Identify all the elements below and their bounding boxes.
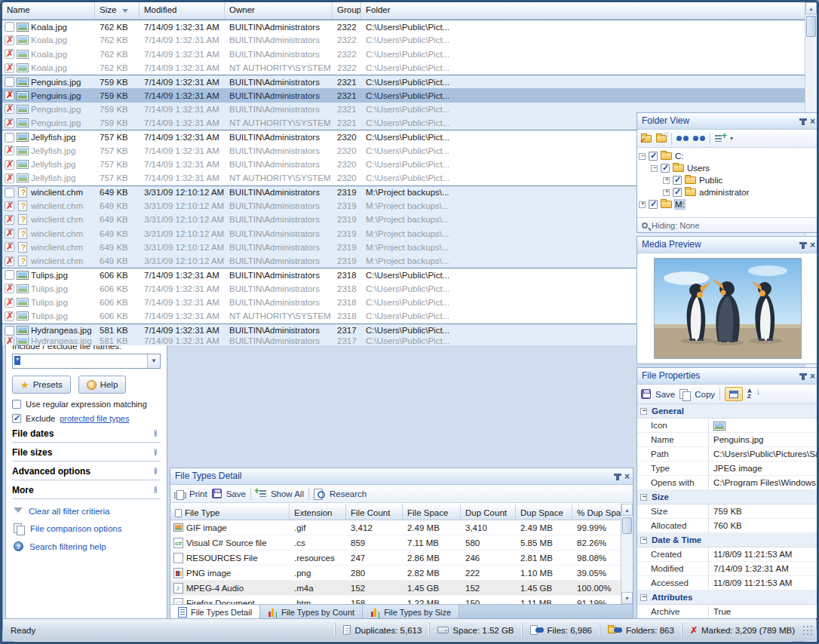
check-folder-icon[interactable]: ✓ xyxy=(641,135,652,143)
copy-icon[interactable] xyxy=(679,389,690,400)
expand-toggle[interactable] xyxy=(663,189,670,196)
property-row[interactable]: Accessed11/8/09 11:21:53 AM xyxy=(637,576,818,590)
sort-az-icon[interactable]: AZ xyxy=(747,388,759,400)
mark-checkbox[interactable] xyxy=(5,256,14,266)
pin-icon[interactable] xyxy=(802,118,805,125)
column-file-type[interactable]: File Type xyxy=(170,504,290,520)
file-type-row[interactable]: MPEG-4 Audio .m4a 152 1.45 GB 152 1.45 G… xyxy=(170,581,621,596)
folder-checkbox[interactable] xyxy=(649,200,658,209)
tab-file-types-by-size[interactable]: File Types by Size xyxy=(363,605,459,620)
tree-options-icon[interactable] xyxy=(715,133,725,143)
property-row[interactable]: NamePenguins.jpg xyxy=(637,433,818,447)
mark-checkbox[interactable] xyxy=(5,63,14,73)
section-date-time[interactable]: Date & Time xyxy=(637,533,818,547)
mark-checkbox[interactable] xyxy=(5,173,14,183)
expand-toggle[interactable] xyxy=(663,177,670,184)
tab-file-types-detail[interactable]: File Types Detail xyxy=(170,605,260,620)
pin-icon[interactable] xyxy=(802,242,805,249)
close-icon[interactable]: × xyxy=(810,241,815,250)
column-folder[interactable]: Folder xyxy=(361,2,805,19)
mark-checkbox[interactable] xyxy=(5,77,14,87)
tree-node[interactable]: M: xyxy=(639,198,817,210)
mark-checkbox[interactable] xyxy=(5,284,14,293)
mark-checkbox[interactable] xyxy=(5,22,14,32)
mark-checkbox[interactable] xyxy=(5,337,14,345)
find-next-icon[interactable] xyxy=(676,135,689,143)
pin-icon[interactable] xyxy=(802,373,805,380)
result-row[interactable]: Penguins.jpg 759 KB 7/14/09 1:32:31 AM B… xyxy=(2,75,805,88)
research-icon[interactable] xyxy=(314,489,325,499)
file-type-row[interactable]: PNG image .png 280 2.82 MB 222 1.10 MB 3… xyxy=(170,566,621,581)
scroll-thumb[interactable] xyxy=(622,517,632,534)
folder-checkbox[interactable] xyxy=(673,176,682,185)
mark-checkbox[interactable] xyxy=(5,104,14,114)
folder-checkbox[interactable] xyxy=(661,164,670,173)
scroll-up-icon[interactable]: ▲ xyxy=(805,2,817,14)
mark-checkbox[interactable] xyxy=(5,215,14,225)
collapse-icon[interactable] xyxy=(640,408,647,415)
property-row[interactable]: TypeJPEG image xyxy=(637,462,818,476)
column-modified[interactable]: Modified xyxy=(140,2,225,19)
property-row[interactable]: Modified7/14/09 1:32:31 AM xyxy=(637,562,818,576)
property-row[interactable]: PathC:\Users\Public\Pictures\Sam xyxy=(637,447,818,462)
column-pct-dup-space[interactable]: % Dup Spa... xyxy=(572,504,621,520)
close-icon[interactable]: × xyxy=(810,117,815,126)
tree-node[interactable]: Public xyxy=(639,174,817,186)
mark-checkbox[interactable] xyxy=(5,326,14,336)
column-dup-space[interactable]: Dup Space xyxy=(516,504,572,520)
show-all-icon[interactable] xyxy=(256,489,266,498)
column-name[interactable]: Name xyxy=(2,2,95,19)
mark-checkbox[interactable] xyxy=(5,201,14,211)
save-label[interactable]: Save xyxy=(655,390,675,399)
mark-checkbox[interactable] xyxy=(5,160,14,170)
tree-node[interactable]: administrator xyxy=(639,186,817,198)
mark-checkbox[interactable] xyxy=(5,311,14,321)
section-attributes[interactable]: Attributes xyxy=(637,590,818,605)
uncheck-folder-icon[interactable]: □ xyxy=(656,135,667,143)
save-label[interactable]: Save xyxy=(226,489,246,498)
mark-checkbox[interactable] xyxy=(5,133,14,143)
mark-checkbox[interactable] xyxy=(5,146,14,155)
column-file-count[interactable]: File Count xyxy=(346,504,403,520)
property-row[interactable]: Opens withC:\Program Files\Windows P xyxy=(637,476,818,490)
column-group[interactable]: Group xyxy=(333,2,361,19)
save-icon[interactable] xyxy=(641,389,651,399)
print-label[interactable]: Print xyxy=(189,489,207,498)
folder-checkbox[interactable] xyxy=(673,188,682,197)
collapse-icon[interactable] xyxy=(640,594,647,601)
print-icon[interactable] xyxy=(174,490,185,499)
pin-icon[interactable] xyxy=(616,474,619,480)
scroll-thumb[interactable] xyxy=(806,16,816,37)
file-type-row[interactable]: Firefox Document .htm 158 1.22 MB 150 1.… xyxy=(170,596,621,604)
mark-checkbox[interactable] xyxy=(5,242,14,252)
property-row[interactable]: Icon xyxy=(637,419,818,433)
show-all-label[interactable]: Show All xyxy=(271,489,304,498)
close-icon[interactable]: × xyxy=(810,372,815,381)
research-label[interactable]: Research xyxy=(330,489,367,498)
property-row[interactable]: ArchiveTrue xyxy=(637,605,818,618)
file-type-row[interactable]: GIF image .gif 3,412 2.49 MB 3,410 2.49 … xyxy=(170,520,621,535)
find-previous-icon[interactable] xyxy=(693,135,705,143)
column-size[interactable]: Size xyxy=(95,2,140,19)
property-row[interactable]: Allocated760 KB xyxy=(637,519,818,533)
result-row[interactable]: Penguins.jpg 759 KB 7/14/09 1:32:31 AM B… xyxy=(2,88,805,102)
result-row[interactable]: Koala.jpg 762 KB 7/14/09 1:32:31 AM BUIL… xyxy=(2,48,805,61)
expand-toggle[interactable] xyxy=(651,165,658,172)
mark-checkbox[interactable] xyxy=(5,49,14,59)
section-general[interactable]: General xyxy=(637,404,818,419)
column-owner[interactable]: Owner xyxy=(225,2,333,19)
folder-checkbox[interactable] xyxy=(649,152,658,161)
scroll-up-icon[interactable]: ▲ xyxy=(621,504,633,516)
tree-node[interactable]: Users xyxy=(639,162,817,174)
collapse-icon[interactable] xyxy=(640,494,647,501)
close-icon[interactable]: × xyxy=(624,472,630,481)
tree-node[interactable]: C: xyxy=(639,150,817,162)
result-row[interactable]: Koala.jpg 762 KB 7/14/09 1:32:31 AM BUIL… xyxy=(2,20,805,33)
mark-checkbox[interactable] xyxy=(5,298,14,308)
mark-checkbox[interactable] xyxy=(5,188,14,198)
column-dup-count[interactable]: Dup Count xyxy=(461,504,516,520)
scroll-down-icon[interactable]: ▼ xyxy=(621,592,633,604)
mark-checkbox[interactable] xyxy=(5,228,14,238)
vertical-scrollbar[interactable]: ▲ ▼ xyxy=(621,504,633,604)
tab-file-types-by-count[interactable]: File Types by Count xyxy=(260,605,363,620)
